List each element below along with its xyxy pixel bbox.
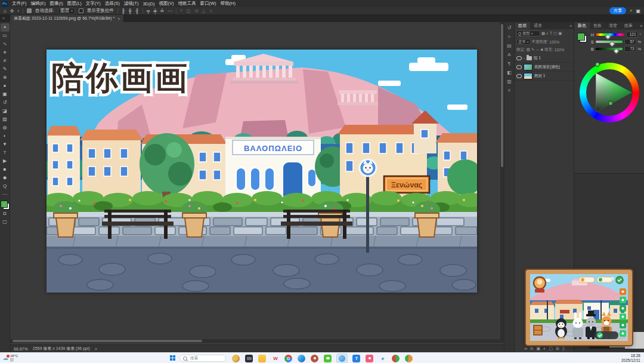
blur-tool[interactable]: ◍ xyxy=(1,124,10,132)
visibility-eye-icon[interactable] xyxy=(516,65,522,69)
menu-filter[interactable]: 滤镜(T) xyxy=(124,1,139,7)
zoom-level[interactable]: 66.67% xyxy=(14,347,28,351)
app-icon-ie[interactable]: e xyxy=(379,355,386,362)
menu-plugins[interactable]: 增效工具 xyxy=(178,1,196,7)
shape-tool[interactable]: ■ xyxy=(1,165,10,174)
character-icon[interactable]: A xyxy=(507,53,510,57)
object-selection-tool[interactable]: ∗ xyxy=(1,48,10,57)
tab-channels[interactable]: 通道 xyxy=(530,22,546,29)
saturation-slider[interactable] xyxy=(596,41,623,43)
pen-tool[interactable]: ▼ xyxy=(1,140,10,149)
layer-thumbnail[interactable] xyxy=(524,73,532,79)
layer-thumbnail[interactable] xyxy=(524,64,532,70)
layer-filter-dropdown[interactable]: Q 类型 ▾ xyxy=(516,30,540,36)
menu-3d[interactable]: 3D(D) xyxy=(143,1,154,7)
more-options-icon[interactable]: ⋯ xyxy=(168,8,172,14)
align-center-icon[interactable]: ╫ xyxy=(128,8,132,14)
panel-menu-icon[interactable]: ≡ xyxy=(640,22,644,29)
app-icon-active-browser[interactable] xyxy=(337,354,347,363)
auto-select-checkbox[interactable] xyxy=(27,8,32,13)
opacity-value[interactable]: 100% xyxy=(549,40,559,44)
libraries-icon[interactable]: ▥ xyxy=(507,79,512,84)
marquee-tool[interactable]: ▭ xyxy=(1,32,10,40)
tab-color[interactable]: 颜色 xyxy=(574,22,590,29)
blend-mode-dropdown[interactable]: 正常▾ xyxy=(516,39,531,45)
more-tools-icon[interactable]: ⋯ xyxy=(1,190,10,199)
app-icon-wps[interactable]: W xyxy=(271,355,279,362)
filter-type-icon[interactable]: T xyxy=(550,32,552,36)
eyedropper-tool[interactable]: ✎ xyxy=(1,65,10,73)
new-layer-icon[interactable]: ⊞ xyxy=(556,346,559,351)
layer-mask-icon[interactable]: ▣ xyxy=(537,346,541,351)
lock-position-icon[interactable]: ↔ xyxy=(535,48,540,52)
hue-slider[interactable] xyxy=(596,33,624,36)
clone-stamp-tool[interactable]: ▣ xyxy=(1,90,10,99)
dodge-tool[interactable]: ◐ xyxy=(1,132,10,140)
type-tool[interactable]: T xyxy=(1,149,10,157)
zoom-tool[interactable]: Q xyxy=(1,182,10,190)
tab-overflow-icon[interactable]: « xyxy=(2,16,5,20)
menu-type[interactable]: 文字(Y) xyxy=(86,1,101,7)
game-crate[interactable] xyxy=(534,325,542,335)
app-icon-taobao[interactable]: T xyxy=(352,355,360,362)
filter-pixel-icon[interactable]: ▦ xyxy=(541,32,545,36)
menu-view[interactable]: 视图(V) xyxy=(159,1,174,7)
tab-gradients[interactable]: 渐变 xyxy=(605,22,621,29)
filter-shape-icon[interactable]: ▢ xyxy=(553,32,557,36)
sv-marker[interactable] xyxy=(608,101,613,106)
game-confirm-button[interactable] xyxy=(595,331,618,339)
link-layers-icon[interactable]: ∞ xyxy=(524,346,527,351)
close-icon[interactable]: × xyxy=(117,17,120,21)
lasso-tool[interactable]: ∿ xyxy=(1,40,10,48)
layer-style-icon[interactable]: fx xyxy=(530,346,533,351)
foreground-color-swatch[interactable] xyxy=(1,201,8,208)
menu-file[interactable]: 文件(F) xyxy=(12,1,27,7)
auto-select-dropdown[interactable]: 图层▾ xyxy=(58,8,75,14)
tab-swatches[interactable]: 色板 xyxy=(590,22,605,29)
app-icon-file-explorer[interactable] xyxy=(258,355,266,362)
start-button[interactable] xyxy=(170,355,176,361)
brush-tool[interactable]: ● xyxy=(1,82,10,90)
new-group-icon[interactable]: ▢ xyxy=(549,346,553,351)
fill-value[interactable]: 100% xyxy=(555,48,565,52)
search-icon[interactable]: ⌕ xyxy=(630,8,632,14)
game-avatar[interactable] xyxy=(534,277,546,293)
color-wheel[interactable] xyxy=(580,63,639,122)
filter-adjustment-icon[interactable]: ◐ xyxy=(546,32,549,36)
adjustments-icon[interactable]: ◧ xyxy=(507,70,512,75)
visibility-eye-icon[interactable] xyxy=(516,74,522,78)
color-swatches[interactable] xyxy=(1,201,10,210)
workspace-icon[interactable]: ▣ xyxy=(636,8,640,14)
app-icon-photos[interactable] xyxy=(366,355,373,362)
delete-layer-icon[interactable]: ▯ xyxy=(562,346,565,351)
eraser-tool[interactable]: ◪ xyxy=(1,107,10,115)
align-bottom-icon[interactable]: ╧ xyxy=(160,8,164,14)
healing-tool[interactable]: ⊕ xyxy=(1,73,10,82)
game-top-pills[interactable] xyxy=(579,276,623,284)
chevron-right-icon[interactable]: > xyxy=(95,347,97,351)
app-icon-wechat[interactable] xyxy=(324,355,332,362)
b-value[interactable]: 73 xyxy=(624,46,636,52)
clone-source-icon[interactable]: ▤ xyxy=(507,44,512,48)
app-icon-coins[interactable] xyxy=(232,355,240,362)
taskbar-weather-widget[interactable]: ☁ 18°C 阴 xyxy=(2,354,18,362)
expand-arrow-icon[interactable]: › xyxy=(524,56,525,60)
gradient-tool[interactable]: ▨ xyxy=(1,115,10,124)
document-tab[interactable]: 屏幕截图 2023-12-11 132659.png @ 66.7%(RGB/8… xyxy=(10,15,124,22)
lock-transparent-icon[interactable]: ▨ xyxy=(527,48,530,52)
move-tool[interactable]: + xyxy=(1,23,10,32)
app-icon-edge[interactable] xyxy=(298,355,305,362)
quick-mask-icon[interactable]: ◘ xyxy=(1,210,10,218)
tab-layers[interactable]: 图层 xyxy=(515,22,530,29)
horizontal-scrollbar[interactable] xyxy=(10,339,504,343)
path-select-tool[interactable]: ▶ xyxy=(1,157,10,165)
menu-help[interactable]: 帮助(H) xyxy=(221,1,236,7)
game-preview-window[interactable] xyxy=(526,270,632,345)
align-middle-icon[interactable]: ╪ xyxy=(153,8,157,14)
history-brush-tool[interactable]: ↺ xyxy=(1,99,10,107)
h-value[interactable]: 121 xyxy=(626,32,638,38)
layer-row-image[interactable]: 图层 1 xyxy=(515,72,574,81)
app-icon-chrome[interactable] xyxy=(284,355,292,362)
adjustment-layer-icon[interactable]: ◐ xyxy=(543,346,546,351)
history-icon[interactable]: ↺ xyxy=(507,26,512,30)
